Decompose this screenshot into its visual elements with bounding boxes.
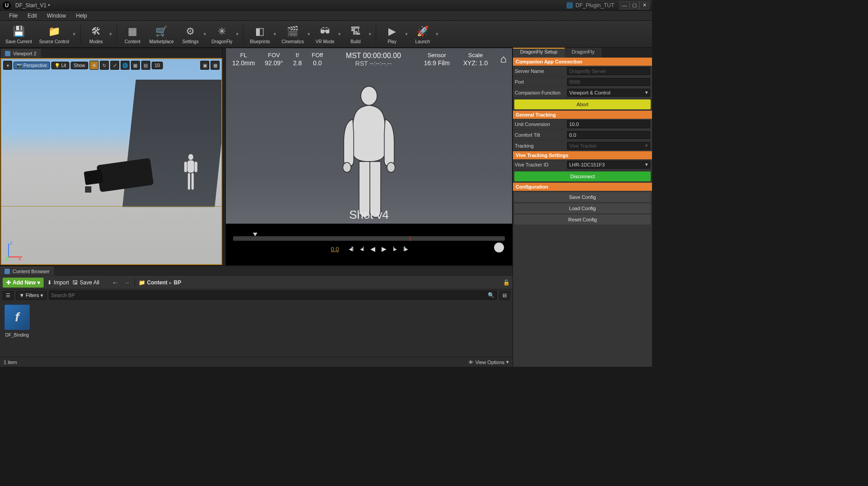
maximize-button[interactable]: ▢ [630, 1, 639, 9]
tracking-select[interactable]: Vive Tracker▾ [567, 142, 650, 150]
minimize-button[interactable]: — [620, 1, 630, 9]
scale-gizmo-icon[interactable]: ⤢ [110, 61, 119, 70]
step-back-icon[interactable]: ◂I [360, 245, 363, 252]
toolbar-content[interactable]: ▦Content [121, 23, 145, 45]
search-options-icon[interactable]: ⊟ [499, 291, 510, 300]
asset-item[interactable]: f DF_Binding [4, 305, 31, 338]
save-current-icon: 💾 [12, 25, 25, 38]
filters-dropdown[interactable]: ▼ Filters ▾ [16, 291, 46, 300]
marketplace-icon: 🛒 [155, 25, 168, 38]
toolbar-settings[interactable]: ⚙Settings [178, 23, 202, 45]
breadcrumb-bp[interactable]: BP [174, 279, 181, 286]
save-all-button[interactable]: 🖫 Save All [72, 279, 99, 286]
viewport-maximize-icon[interactable]: ▣ [200, 61, 209, 70]
unit-conversion-input[interactable] [567, 120, 650, 128]
toolbar-vr-mode-dropdown[interactable]: ▼ [337, 23, 342, 45]
section-general-tracking: General Tracking [513, 111, 652, 119]
toolbar-settings-dropdown[interactable]: ▼ [202, 23, 207, 45]
toolbar-dragonfly[interactable]: ✳DragonFly [209, 23, 235, 45]
menu-edit[interactable]: Edit [23, 12, 41, 20]
toolbar-launch[interactable]: 🚀Launch [410, 23, 435, 45]
svg-text:X: X [18, 257, 21, 261]
toolbar-launch-dropdown[interactable]: ▼ [435, 23, 439, 45]
launch-icon: 🚀 [416, 25, 429, 38]
step-forward-icon[interactable]: I▸ [393, 245, 396, 252]
close-button[interactable]: ✕ [639, 1, 649, 9]
scene-cube [85, 186, 91, 193]
camera-viewport: FL12.0mm FOV92.09° f/2.8 FOff0.0 MST 00:… [225, 48, 513, 266]
nav-back-icon[interactable]: ← [111, 279, 119, 286]
perspective-toggle[interactable]: 📷 Perspective [13, 62, 50, 69]
rotate-gizmo-icon[interactable]: ↻ [100, 61, 109, 70]
viewport-tab[interactable]: Viewport 2 [0, 49, 41, 58]
content-browser-tab[interactable]: Content Browser [0, 267, 54, 275]
content-browser-tab-icon [4, 269, 10, 274]
skip-start-icon[interactable]: ◂II [349, 245, 353, 252]
add-new-button[interactable]: ✚ Add New ▾ [3, 278, 44, 288]
load-config-button[interactable]: Load Config [514, 203, 651, 213]
lit-toggle[interactable]: 💡 Lit [51, 62, 69, 69]
toolbar-cinematics-dropdown[interactable]: ▼ [306, 23, 311, 45]
modes-icon: 🛠 [90, 25, 103, 38]
server-name-input[interactable] [567, 67, 650, 75]
show-dropdown[interactable]: Show [71, 62, 88, 69]
disconnect-button[interactable]: Disconnect [514, 171, 651, 181]
snap-value[interactable]: 10 [152, 62, 163, 69]
toolbar-play-dropdown[interactable]: ▼ [404, 23, 409, 45]
lock-icon[interactable]: 🔓 [503, 279, 510, 286]
reset-config-button[interactable]: Reset Config [514, 215, 651, 225]
scene-mannequin [182, 153, 200, 207]
camera-scene[interactable]: FL12.0mm FOV92.09° f/2.8 FOff0.0 MST 00:… [226, 48, 512, 265]
companion-function-select[interactable]: Viewport & Control▾ [567, 89, 650, 97]
tab-dragonfly[interactable]: DragonFly [565, 48, 602, 58]
toolbar-source-control[interactable]: 📁Source Control [36, 23, 72, 45]
play-icon[interactable]: ▶ [382, 245, 386, 252]
viewport-layout-icon[interactable]: ▦ [211, 61, 220, 70]
tab-dragonfly-setup[interactable]: DragonFly Setup [513, 48, 565, 58]
menu-bar: File Edit Window Help [0, 11, 652, 21]
timeline-time[interactable]: 0.0 [331, 246, 339, 252]
menu-help[interactable]: Help [72, 12, 92, 20]
timeline-track[interactable] [233, 236, 505, 241]
toolbar-marketplace[interactable]: 🛒Marketplace [147, 23, 176, 45]
import-button[interactable]: ⬇ Import [47, 279, 69, 286]
toolbar-vr-mode[interactable]: 🕶VR Mode [313, 23, 337, 45]
timeline: 0.0 ◂II ◂I ◀ ▶ I▸ II▸ [226, 224, 512, 265]
menu-file[interactable]: File [4, 12, 22, 20]
surface-snap-toggle[interactable]: ▦ [131, 61, 140, 70]
vive-tracker-id-select[interactable]: LHR-1DC151F3▾ [567, 161, 650, 169]
toolbar-build[interactable]: 🏗Build [343, 23, 368, 45]
toolbar-build-dropdown[interactable]: ▼ [368, 23, 372, 45]
nav-forward-icon[interactable]: → [123, 279, 131, 286]
skip-end-icon[interactable]: II▸ [403, 245, 407, 252]
toolbar-source-control-dropdown[interactable]: ▼ [72, 23, 76, 45]
search-box[interactable]: 🔍 [49, 291, 497, 300]
viewport-scene[interactable]: ▾ 📷 Perspective 💡 Lit Show ✥ ↻ ⤢ 🌐 ▦ ▤ 1… [0, 58, 222, 265]
toolbar-blueprints[interactable]: ◧Blueprints [247, 23, 272, 45]
toolbar-blueprints-dropdown[interactable]: ▼ [273, 23, 277, 45]
sources-toggle[interactable]: ☰ [3, 291, 13, 300]
record-button[interactable] [494, 243, 504, 252]
move-gizmo-icon[interactable]: ✥ [90, 61, 99, 70]
breadcrumb-content[interactable]: Content [147, 279, 167, 286]
view-options-dropdown[interactable]: 👁 View Options ▾ [468, 359, 509, 365]
toolbar-modes[interactable]: 🛠Modes [84, 23, 108, 45]
search-input[interactable] [51, 292, 488, 298]
toolbar-save-current[interactable]: 💾Save Current [3, 23, 35, 45]
world-local-toggle[interactable]: 🌐 [121, 61, 130, 70]
viewport-options-dropdown[interactable]: ▾ [3, 61, 12, 70]
toolbar-dragonfly-dropdown[interactable]: ▼ [235, 23, 239, 45]
abort-button[interactable]: Abort [514, 99, 651, 109]
port-input[interactable] [567, 78, 650, 86]
grid-snap-toggle[interactable]: ▤ [141, 61, 150, 70]
playhead-icon[interactable] [253, 233, 257, 236]
toolbar-modes-dropdown[interactable]: ▼ [108, 23, 113, 45]
breadcrumb: 📁 Content ▸ BP [139, 279, 181, 286]
comfort-tilt-input[interactable] [567, 131, 650, 139]
toolbar-cinematics[interactable]: 🎬Cinematics [279, 23, 306, 45]
menu-window[interactable]: Window [42, 12, 71, 20]
toolbar-play[interactable]: ▶Play [380, 23, 404, 45]
play-reverse-icon[interactable]: ◀ [370, 245, 374, 252]
home-icon[interactable]: ⌂ [500, 53, 507, 65]
save-config-button[interactable]: Save Config [514, 192, 651, 202]
